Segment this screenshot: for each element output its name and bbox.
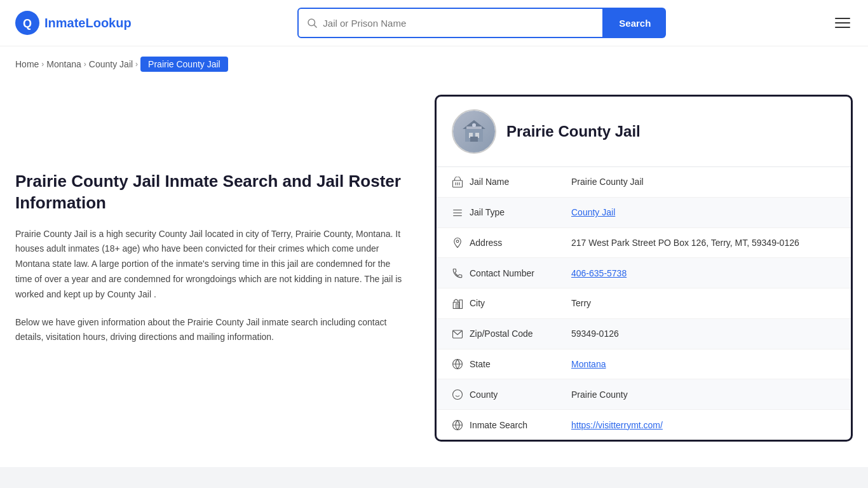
svg-point-18 <box>456 240 459 243</box>
hamburger-menu-button[interactable] <box>832 15 853 30</box>
breadcrumb: Home › Montana › County Jail › Prairie C… <box>0 46 868 82</box>
row-label: Jail Name <box>470 177 571 187</box>
info-row: StateMontana <box>437 349 851 380</box>
row-label: Zip/Postal Code <box>470 329 571 339</box>
breadcrumb-chevron-3: › <box>135 60 138 69</box>
svg-point-10 <box>472 123 476 127</box>
breadcrumb-type[interactable]: County Jail <box>89 59 133 69</box>
row-value-link[interactable]: Montana <box>571 359 606 369</box>
hamburger-line-2 <box>835 22 850 24</box>
info-card: Prairie County Jail Jail NamePrairie Cou… <box>435 95 853 442</box>
jail-building-icon <box>460 118 488 146</box>
svg-point-2 <box>308 19 315 26</box>
info-row: Jail TypeCounty Jail <box>437 198 851 228</box>
breadcrumb-chevron-2: › <box>84 60 86 69</box>
header: Q InmateLookup Search <box>0 0 868 46</box>
row-value: 217 West Park Street PO Box 126, Terry, … <box>571 238 836 248</box>
info-card-header: Prairie County Jail <box>437 97 851 167</box>
row-value[interactable]: Montana <box>571 359 836 369</box>
hamburger-line-3 <box>835 27 850 28</box>
avatar-inner <box>453 111 495 152</box>
search-input-wrapper <box>297 8 604 38</box>
row-value-link[interactable]: County Jail <box>571 207 615 217</box>
svg-line-3 <box>315 25 317 27</box>
search-button[interactable]: Search <box>604 8 666 38</box>
row-value-link[interactable]: https://visitterrymt.com/ <box>571 420 663 430</box>
row-label: Inmate Search <box>470 420 571 430</box>
left-panel: Prairie County Jail Inmate Search and Ja… <box>15 95 435 442</box>
city-icon <box>452 297 470 309</box>
info-row: Zip/Postal Code59349-0126 <box>437 319 851 349</box>
location-icon <box>452 237 470 249</box>
row-value: Prairie County Jail <box>571 177 836 187</box>
info-row: Jail NamePrairie County Jail <box>437 167 851 198</box>
row-value[interactable]: 406-635-5738 <box>571 268 836 278</box>
row-value: Terry <box>571 298 836 308</box>
svg-rect-20 <box>459 300 463 309</box>
row-label: Contact Number <box>470 268 571 278</box>
breadcrumb-current: Prairie County Jail <box>140 57 228 72</box>
row-label: State <box>470 359 571 369</box>
logo-icon: Q <box>15 11 39 35</box>
globe-icon <box>452 358 470 370</box>
row-value[interactable]: https://visitterrymt.com/ <box>571 420 836 430</box>
svg-point-24 <box>453 390 463 400</box>
phone-icon <box>452 267 470 279</box>
row-value-link[interactable]: 406-635-5738 <box>571 268 627 278</box>
search-input[interactable] <box>323 18 595 29</box>
row-value[interactable]: County Jail <box>571 207 836 217</box>
search-area: Search <box>297 8 666 38</box>
footer <box>0 467 868 488</box>
info-row: Inmate Searchhttps://visitterrymt.com/ <box>437 410 851 440</box>
info-row: CityTerry <box>437 288 851 319</box>
card-jail-name-header: Prairie County Jail <box>506 123 641 140</box>
right-panel: Prairie County Jail Jail NamePrairie Cou… <box>435 95 853 442</box>
row-label: Jail Type <box>470 207 571 217</box>
web-icon <box>452 419 470 431</box>
info-row: Address217 West Park Street PO Box 126, … <box>437 228 851 259</box>
row-value: Prairie County <box>571 390 836 400</box>
row-label: Address <box>470 238 571 248</box>
mail-icon <box>452 328 470 340</box>
logo-text: InmateLookup <box>44 16 132 30</box>
list-icon <box>452 207 470 219</box>
info-rows-container: Jail NamePrairie County JailJail TypeCou… <box>437 167 851 440</box>
hamburger-line-1 <box>835 18 850 19</box>
search-icon <box>306 17 318 29</box>
svg-rect-8 <box>470 137 478 142</box>
page-description-1: Prairie County Jail is a high security C… <box>15 227 409 302</box>
info-row: Contact Number406-635-5738 <box>437 258 851 288</box>
main-content: Prairie County Jail Inmate Search and Ja… <box>0 82 868 467</box>
row-value: 59349-0126 <box>571 329 836 339</box>
breadcrumb-chevron-1: › <box>41 60 44 69</box>
svg-text:Q: Q <box>23 17 32 30</box>
county-icon <box>452 388 470 400</box>
page-title: Prairie County Jail Inmate Search and Ja… <box>15 171 409 214</box>
jail-icon <box>452 176 470 188</box>
logo[interactable]: Q InmateLookup <box>15 11 132 35</box>
avatar <box>452 109 496 154</box>
breadcrumb-state[interactable]: Montana <box>46 59 81 69</box>
breadcrumb-home[interactable]: Home <box>15 59 39 69</box>
page-description-2: Below we have given information about th… <box>15 315 409 346</box>
row-label: County <box>470 390 571 400</box>
row-label: City <box>470 298 571 308</box>
info-row: CountyPrairie County <box>437 379 851 410</box>
